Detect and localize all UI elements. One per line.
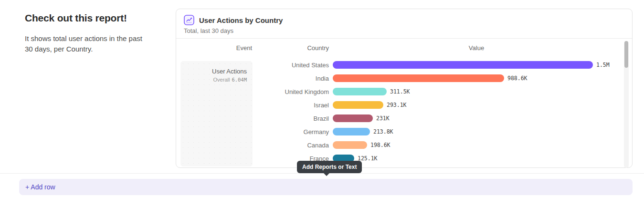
country-label: Germany [176, 128, 329, 135]
value-label: 311.5K [390, 88, 410, 95]
chart-row: Brazil231K [176, 112, 620, 125]
chart-row: United Kingdom311.5K [176, 85, 620, 98]
chart-row: Canada198.6K [176, 138, 620, 152]
tooltip-caret [324, 173, 329, 176]
intro-text-block: Check out this report! It shows total us… [25, 12, 144, 54]
country-label: Israel [176, 102, 329, 109]
chart-row: Germany213.8K [176, 125, 620, 138]
add-row-label: + Add row [25, 183, 55, 191]
bar-segment[interactable] [333, 101, 383, 109]
chart-row: United States1.5M [176, 58, 620, 72]
country-label: Canada [176, 142, 329, 149]
bar-segment[interactable] [333, 61, 593, 69]
value-label: 125.1K [358, 155, 378, 162]
country-label: United Kingdom [176, 88, 329, 95]
bar-segment[interactable] [333, 74, 504, 82]
bar-segment[interactable] [333, 114, 373, 122]
row-divider [0, 173, 644, 174]
chart-row: India988.6K [176, 72, 620, 85]
country-label: India [176, 75, 329, 82]
intro-description: It shows total user actions in the past … [25, 33, 144, 54]
bar-segment[interactable] [333, 128, 370, 135]
page-title: Check out this report! [25, 12, 144, 24]
scrollbar-thumb[interactable] [624, 41, 628, 68]
tooltip-label: Add Reports or Text [302, 164, 357, 170]
report-card[interactable]: User Actions by Country Total, last 30 d… [176, 9, 633, 168]
value-label: 231K [376, 115, 390, 122]
add-row-button[interactable]: + Add row [19, 179, 633, 195]
value-label: 293.1K [387, 102, 407, 108]
value-label: 1.5M [596, 62, 610, 68]
chart-row: Israel293.1K [176, 98, 620, 112]
value-label: 988.6K [507, 75, 528, 82]
scrollbar[interactable] [624, 41, 629, 168]
value-label: 198.6K [370, 142, 391, 148]
country-label: Brazil [176, 115, 329, 122]
add-reports-tooltip: Add Reports or Text [297, 161, 362, 173]
bar-chart: United States1.5MIndia988.6KUnited Kingd… [176, 9, 624, 168]
bar-segment[interactable] [333, 88, 387, 95]
dashboard-canvas: Check out this report! It shows total us… [0, 0, 644, 208]
value-label: 213.8K [373, 128, 393, 135]
chart-row: France125.1K [176, 152, 620, 165]
country-label: United States [176, 62, 329, 69]
bar-segment[interactable] [333, 141, 367, 149]
